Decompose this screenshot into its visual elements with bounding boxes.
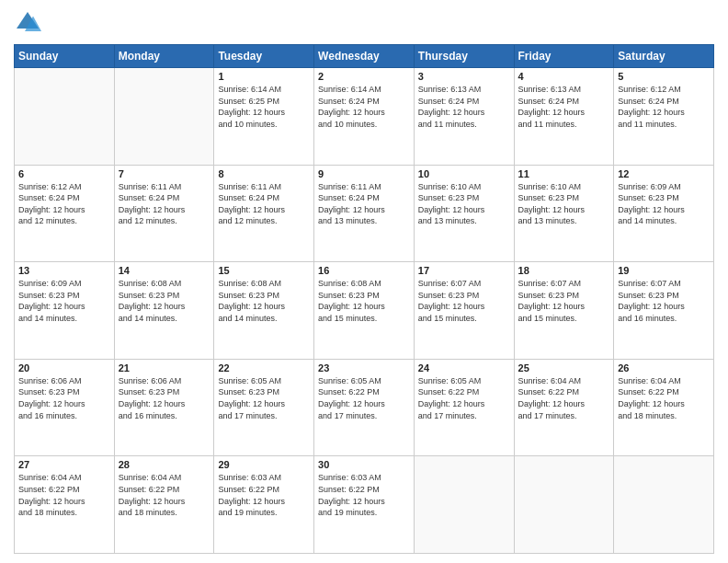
col-header-wednesday: Wednesday xyxy=(314,45,415,68)
day-detail: Sunrise: 6:05 AM Sunset: 6:23 PM Dayligh… xyxy=(218,375,310,421)
day-number: 24 xyxy=(418,362,510,373)
calendar-table: SundayMondayTuesdayWednesdayThursdayFrid… xyxy=(14,44,714,554)
day-number: 8 xyxy=(218,168,310,179)
day-number: 27 xyxy=(18,459,110,470)
day-number: 5 xyxy=(618,71,710,82)
calendar-cell xyxy=(114,68,214,166)
day-detail: Sunrise: 6:09 AM Sunset: 6:23 PM Dayligh… xyxy=(618,181,710,227)
col-header-monday: Monday xyxy=(114,45,214,68)
day-detail: Sunrise: 6:11 AM Sunset: 6:24 PM Dayligh… xyxy=(318,181,410,227)
day-detail: Sunrise: 6:06 AM Sunset: 6:23 PM Dayligh… xyxy=(119,375,210,421)
calendar-cell xyxy=(15,68,115,166)
day-detail: Sunrise: 6:08 AM Sunset: 6:23 PM Dayligh… xyxy=(318,278,410,324)
day-detail: Sunrise: 6:11 AM Sunset: 6:24 PM Dayligh… xyxy=(218,181,310,227)
day-number: 17 xyxy=(418,265,510,276)
calendar-cell: 23Sunrise: 6:05 AM Sunset: 6:22 PM Dayli… xyxy=(314,359,415,456)
calendar-cell: 30Sunrise: 6:03 AM Sunset: 6:22 PM Dayli… xyxy=(314,456,415,554)
day-detail: Sunrise: 6:07 AM Sunset: 6:23 PM Dayligh… xyxy=(418,278,510,324)
calendar-week-row: 27Sunrise: 6:04 AM Sunset: 6:22 PM Dayli… xyxy=(15,456,714,554)
day-number: 15 xyxy=(218,265,310,276)
calendar-cell: 4Sunrise: 6:13 AM Sunset: 6:24 PM Daylig… xyxy=(514,68,614,166)
calendar-cell: 16Sunrise: 6:08 AM Sunset: 6:23 PM Dayli… xyxy=(314,262,415,360)
day-detail: Sunrise: 6:06 AM Sunset: 6:23 PM Dayligh… xyxy=(18,375,110,421)
day-detail: Sunrise: 6:04 AM Sunset: 6:22 PM Dayligh… xyxy=(618,375,710,421)
calendar-cell: 8Sunrise: 6:11 AM Sunset: 6:24 PM Daylig… xyxy=(214,165,314,262)
day-detail: Sunrise: 6:04 AM Sunset: 6:22 PM Dayligh… xyxy=(518,375,610,421)
calendar-cell: 11Sunrise: 6:10 AM Sunset: 6:23 PM Dayli… xyxy=(514,165,614,262)
day-number: 30 xyxy=(318,459,410,470)
day-detail: Sunrise: 6:03 AM Sunset: 6:22 PM Dayligh… xyxy=(318,472,410,518)
day-number: 11 xyxy=(518,168,610,179)
logo xyxy=(14,9,45,37)
calendar-week-row: 1Sunrise: 6:14 AM Sunset: 6:25 PM Daylig… xyxy=(15,68,714,166)
calendar-cell: 6Sunrise: 6:12 AM Sunset: 6:24 PM Daylig… xyxy=(15,165,115,262)
calendar-cell: 15Sunrise: 6:08 AM Sunset: 6:23 PM Dayli… xyxy=(214,262,314,360)
day-number: 16 xyxy=(318,265,410,276)
day-number: 4 xyxy=(518,71,610,82)
col-header-friday: Friday xyxy=(514,45,614,68)
logo-icon xyxy=(14,9,41,37)
day-detail: Sunrise: 6:07 AM Sunset: 6:23 PM Dayligh… xyxy=(518,278,610,324)
calendar-cell: 20Sunrise: 6:06 AM Sunset: 6:23 PM Dayli… xyxy=(15,359,115,456)
day-number: 19 xyxy=(618,265,710,276)
day-number: 1 xyxy=(218,71,310,82)
calendar-cell: 12Sunrise: 6:09 AM Sunset: 6:23 PM Dayli… xyxy=(614,165,714,262)
day-number: 3 xyxy=(418,71,510,82)
day-number: 22 xyxy=(218,362,310,373)
calendar-cell: 14Sunrise: 6:08 AM Sunset: 6:23 PM Dayli… xyxy=(114,262,214,360)
calendar-cell: 3Sunrise: 6:13 AM Sunset: 6:24 PM Daylig… xyxy=(414,68,514,166)
calendar-cell: 5Sunrise: 6:12 AM Sunset: 6:24 PM Daylig… xyxy=(614,68,714,166)
calendar-cell: 24Sunrise: 6:05 AM Sunset: 6:22 PM Dayli… xyxy=(414,359,514,456)
calendar-cell: 2Sunrise: 6:14 AM Sunset: 6:24 PM Daylig… xyxy=(314,68,415,166)
calendar-cell xyxy=(514,456,614,554)
day-number: 21 xyxy=(119,362,210,373)
col-header-thursday: Thursday xyxy=(414,45,514,68)
day-number: 2 xyxy=(318,71,410,82)
page: SundayMondayTuesdayWednesdayThursdayFrid… xyxy=(0,0,728,563)
day-number: 25 xyxy=(518,362,610,373)
day-detail: Sunrise: 6:11 AM Sunset: 6:24 PM Dayligh… xyxy=(119,181,210,227)
day-number: 26 xyxy=(618,362,710,373)
day-detail: Sunrise: 6:14 AM Sunset: 6:24 PM Dayligh… xyxy=(318,84,410,130)
calendar-cell: 22Sunrise: 6:05 AM Sunset: 6:23 PM Dayli… xyxy=(214,359,314,456)
day-detail: Sunrise: 6:09 AM Sunset: 6:23 PM Dayligh… xyxy=(18,278,110,324)
col-header-saturday: Saturday xyxy=(614,45,714,68)
calendar-cell: 7Sunrise: 6:11 AM Sunset: 6:24 PM Daylig… xyxy=(114,165,214,262)
calendar-header-row: SundayMondayTuesdayWednesdayThursdayFrid… xyxy=(15,45,714,68)
day-number: 18 xyxy=(518,265,610,276)
day-detail: Sunrise: 6:12 AM Sunset: 6:24 PM Dayligh… xyxy=(618,84,710,130)
calendar-cell: 17Sunrise: 6:07 AM Sunset: 6:23 PM Dayli… xyxy=(414,262,514,360)
day-number: 29 xyxy=(218,459,310,470)
day-number: 9 xyxy=(318,168,410,179)
day-number: 10 xyxy=(418,168,510,179)
day-number: 28 xyxy=(119,459,210,470)
calendar-cell xyxy=(414,456,514,554)
day-number: 12 xyxy=(618,168,710,179)
calendar-cell: 26Sunrise: 6:04 AM Sunset: 6:22 PM Dayli… xyxy=(614,359,714,456)
calendar-week-row: 20Sunrise: 6:06 AM Sunset: 6:23 PM Dayli… xyxy=(15,359,714,456)
day-number: 13 xyxy=(18,265,110,276)
calendar-cell: 13Sunrise: 6:09 AM Sunset: 6:23 PM Dayli… xyxy=(15,262,115,360)
calendar-cell: 25Sunrise: 6:04 AM Sunset: 6:22 PM Dayli… xyxy=(514,359,614,456)
day-detail: Sunrise: 6:05 AM Sunset: 6:22 PM Dayligh… xyxy=(318,375,410,421)
day-number: 6 xyxy=(18,168,110,179)
day-detail: Sunrise: 6:08 AM Sunset: 6:23 PM Dayligh… xyxy=(119,278,210,324)
calendar-cell: 1Sunrise: 6:14 AM Sunset: 6:25 PM Daylig… xyxy=(214,68,314,166)
day-detail: Sunrise: 6:13 AM Sunset: 6:24 PM Dayligh… xyxy=(418,84,510,130)
calendar-week-row: 13Sunrise: 6:09 AM Sunset: 6:23 PM Dayli… xyxy=(15,262,714,360)
header xyxy=(14,9,714,37)
day-detail: Sunrise: 6:04 AM Sunset: 6:22 PM Dayligh… xyxy=(119,472,210,518)
day-detail: Sunrise: 6:10 AM Sunset: 6:23 PM Dayligh… xyxy=(418,181,510,227)
col-header-tuesday: Tuesday xyxy=(214,45,314,68)
day-number: 23 xyxy=(318,362,410,373)
calendar-cell: 19Sunrise: 6:07 AM Sunset: 6:23 PM Dayli… xyxy=(614,262,714,360)
calendar-cell: 18Sunrise: 6:07 AM Sunset: 6:23 PM Dayli… xyxy=(514,262,614,360)
day-detail: Sunrise: 6:10 AM Sunset: 6:23 PM Dayligh… xyxy=(518,181,610,227)
calendar-cell: 28Sunrise: 6:04 AM Sunset: 6:22 PM Dayli… xyxy=(114,456,214,554)
calendar-cell xyxy=(614,456,714,554)
day-detail: Sunrise: 6:05 AM Sunset: 6:22 PM Dayligh… xyxy=(418,375,510,421)
day-detail: Sunrise: 6:08 AM Sunset: 6:23 PM Dayligh… xyxy=(218,278,310,324)
day-detail: Sunrise: 6:12 AM Sunset: 6:24 PM Dayligh… xyxy=(18,181,110,227)
day-number: 7 xyxy=(119,168,210,179)
day-number: 20 xyxy=(18,362,110,373)
